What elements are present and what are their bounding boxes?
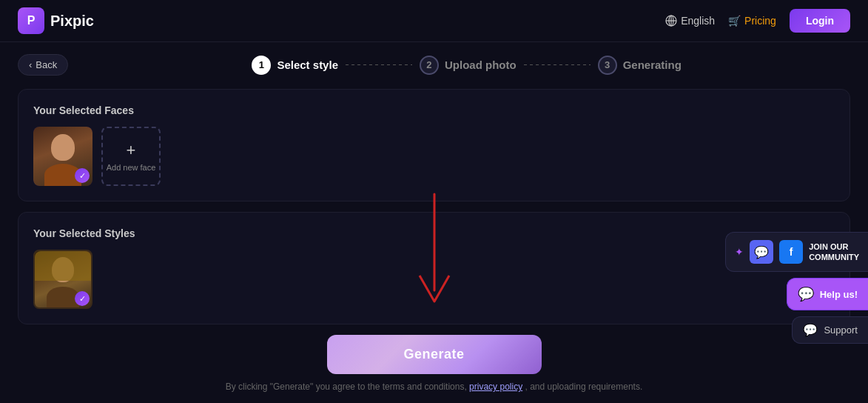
step-1-label: Select style <box>277 59 338 71</box>
header: P Pixpic English 🛒 Pricing Login <box>0 0 868 42</box>
generate-footer-text: By clicking "Generate" you agree to the … <box>226 382 643 392</box>
step-2-label: Upload photo <box>445 59 517 71</box>
add-face-label: Add new face <box>107 163 156 172</box>
pricing-button[interactable]: 🛒 Pricing <box>728 15 776 27</box>
discord-icon: 💬 <box>750 240 773 264</box>
help-widget[interactable]: 💬 Help us! <box>787 278 868 310</box>
login-button[interactable]: Login <box>790 9 850 33</box>
support-label: Support <box>824 324 858 336</box>
faces-row: ✓ + Add new face <box>33 127 835 186</box>
language-button[interactable]: English <box>665 15 715 27</box>
logo-name: Pixpic <box>50 13 94 30</box>
footer-prefix: By clicking "Generate" you agree to the … <box>226 382 467 392</box>
help-icon: 💬 <box>798 286 814 302</box>
step-2: 2 Upload photo <box>420 56 517 75</box>
step-3-number: 3 <box>598 56 617 75</box>
back-arrow-icon: ‹ <box>29 59 32 70</box>
back-button[interactable]: ‹ Back <box>18 54 68 76</box>
faces-panel-title: Your Selected Faces <box>33 104 835 116</box>
support-widget[interactable]: 💬 Support <box>792 316 868 344</box>
step-1: 1 Select style <box>252 56 338 75</box>
plus-icon: + <box>127 141 136 160</box>
back-label: Back <box>36 59 57 70</box>
style-check-icon: ✓ <box>75 291 90 306</box>
generate-button[interactable]: Generate <box>327 335 542 374</box>
steps-indicator: 1 Select style 2 Upload photo 3 Generati… <box>83 56 850 75</box>
logo-area: P Pixpic <box>18 7 94 34</box>
add-face-button[interactable]: + Add new face <box>101 127 161 186</box>
step-1-number: 1 <box>252 56 271 75</box>
help-label: Help us! <box>820 289 858 300</box>
community-label: JOIN OURCOMMUNITY <box>809 242 859 263</box>
facebook-icon: f <box>779 240 803 264</box>
step-3: 3 Generating <box>598 56 682 75</box>
right-widgets: ✦ 💬 f JOIN OURCOMMUNITY 💬 Help us! 💬 Sup… <box>725 232 868 344</box>
privacy-policy-link[interactable]: privacy policy <box>469 382 522 392</box>
cart-icon: 🛒 <box>728 15 741 27</box>
face-check-icon: ✓ <box>75 168 90 183</box>
support-icon: 💬 <box>803 323 818 337</box>
step-2-number: 2 <box>420 56 439 75</box>
step-divider-1 <box>346 64 412 65</box>
language-label: English <box>681 15 715 27</box>
header-right: English 🛒 Pricing Login <box>665 9 850 33</box>
main-content: ‹ Back 1 Select style 2 Upload photo 3 <box>0 42 868 403</box>
faces-panel: Your Selected Faces ✓ + Add new face <box>18 89 850 202</box>
logo-icon: P <box>18 7 44 34</box>
styles-panel-title: Your Selected Styles <box>33 227 835 239</box>
top-bar: ‹ Back 1 Select style 2 Upload photo 3 <box>18 54 850 76</box>
face-thumbnail: ✓ <box>33 127 92 186</box>
community-widget[interactable]: ✦ 💬 f JOIN OURCOMMUNITY <box>725 232 868 272</box>
style-thumbnail-container: ✓ <box>33 250 92 309</box>
hair-overlay <box>35 251 91 281</box>
stars-icon: ✦ <box>735 246 744 258</box>
step-divider-2 <box>524 64 591 65</box>
styles-row: ✓ <box>33 250 835 309</box>
step-3-label: Generating <box>623 59 682 71</box>
pricing-label: Pricing <box>744 15 776 27</box>
globe-icon <box>665 15 677 27</box>
footer-suffix: , and uploading requirements. <box>525 382 642 392</box>
